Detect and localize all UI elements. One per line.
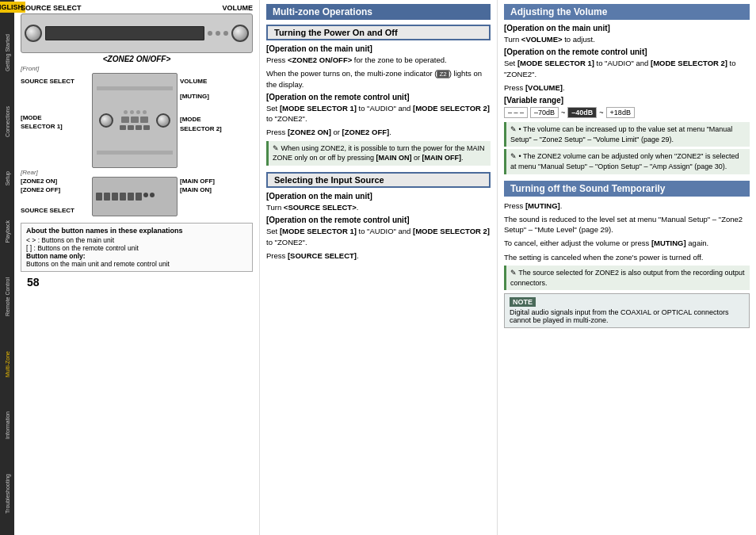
sidebar-item-setup[interactable]: Setup [5,170,10,187]
source-select-label-top: SOURCE SELECT [21,4,82,12]
adj-note2: ✎ • The ZONE2 volume can be adjusted onl… [504,149,750,174]
sidebar-item-troubleshooting[interactable]: Troubleshooting [5,472,10,515]
adj-remote-text1: Set [MODE SELECTOR 1] to "AUDIO" and [MO… [504,58,750,79]
b2 [131,117,139,123]
rear-label: [Rear] [21,169,253,176]
legend-box: About the button names in these explanat… [21,223,253,272]
power-main-text1: Press <ZONE2 ON/OFF> for the zone to be … [266,55,491,65]
muting-text3: To cancel, either adjust the volume or p… [504,238,750,248]
led2 [216,31,220,36]
multizone-header: Multi-zone Operations [266,4,491,20]
muting-text2: The sound is reduced to the level set at… [504,214,750,235]
b4 [120,125,126,130]
button-group [208,31,228,36]
adj-remote-text2: Press [VOLUME]. [504,82,750,93]
btn-strip [121,117,148,123]
page-number: 58 [21,272,253,292]
p3 [112,193,118,201]
power-pencil-note: ✎ When using ZONE2, it is possible to tu… [266,141,491,166]
input-main-title: [Operation on the main unit] [266,192,491,201]
main-content: SOURCE SELECT VOLUME <ZONE2 ON/OFF> [Fro… [14,0,756,535]
rear-anno-left: [ZONE2 ON] [ZONE2 OFF] SOURCE SELECT [21,177,92,216]
knob-row-mid [99,107,170,133]
power-remote-text2: Press [ZONE2 ON] or [ZONE2 OFF]. [266,127,491,137]
input-remote-title: [Operation on the remote control unit] [266,216,491,224]
panel-top [97,86,173,90]
power-remote-title: [Operation on the remote control unit] [266,93,491,101]
mode-selector-1-label: [MODESELECTOR 1] [21,113,90,131]
b7 [143,125,150,130]
middle-device-diagram [92,73,178,168]
volume-mid-label: VOLUME [180,77,253,86]
center-controls [120,110,150,130]
zone2-label: <ZONE2 ON/OFF> [21,55,253,63]
muting-label-el: [MUTING] [180,92,253,101]
input-remote-text2: Press [SOURCE SELECT]. [266,250,491,261]
middle-annotations: SOURCE SELECT [MODESELECTOR 1] [21,73,253,168]
main-off-label: [MAIN OFF] [180,177,253,185]
adj-main-title: [Operation on the main unit] [504,24,750,32]
panel-bottom [97,151,173,155]
sidebar-item-information[interactable]: Information [5,410,10,441]
front-label: [Front] [21,65,253,72]
rear-annotations: [ZONE2 ON] [ZONE2 OFF] SOURCE SELECT [21,177,253,216]
side-nav: Getting Started Connections Setup Playba… [5,13,10,535]
adj-remote-title: [Operation on the remote control unit] [504,48,750,56]
zone2-on-label: [ZONE2 ON] [21,177,90,185]
b5 [128,125,134,130]
top-device [21,13,253,53]
l3 [136,110,140,114]
led-strip [124,110,147,114]
b6 [136,125,142,130]
pc2 [150,193,155,197]
b3 [140,117,148,123]
knob-volume [231,25,249,42]
power-remote-text1: Set [MODE SELECTOR 1] to "AUDIO" and [MO… [266,103,491,124]
input-section-header: Selecting the Input Source [266,172,491,188]
anno-center [92,73,178,168]
sidebar-item-multizone[interactable]: Multi-Zone [5,350,10,379]
led1 [208,31,212,36]
tilde2: ~ [599,109,603,117]
tilde1: ~ [561,109,565,117]
p4 [120,193,126,201]
sidebar-item-playback[interactable]: Playback [5,219,10,244]
adj-note1: ✎ • The volume can be increased up to th… [504,122,750,147]
anno-left: SOURCE SELECT [MODESELECTOR 1] [21,73,92,132]
turning-off-header: Turning off the Sound Temporarily [504,181,750,197]
var-box-1: – – – [504,107,528,118]
display-screen [45,26,204,40]
top-device-labels: SOURCE SELECT VOLUME [21,4,253,12]
var-box-3: –40dB [567,107,597,118]
anno-right: VOLUME [MUTING] [MODESELECTOR 2] [178,73,253,133]
sidebar-item-connections[interactable]: Connections [5,105,10,139]
p1 [96,193,102,201]
pc1 [143,193,148,197]
mode-selector-2-label: [MODESELECTOR 2] [180,115,253,132]
p2 [104,193,110,201]
p5 [128,193,134,201]
main-on-label: [MAIN ON] [180,185,253,194]
multizone-section: Multi-zone Operations Turning the Power … [260,0,498,535]
input-main-text: Turn <SOURCE SELECT>. [266,202,491,212]
rear-anno-center [92,177,178,216]
zone2-off-label: [ZONE2 OFF] [21,185,90,194]
diagram-section: SOURCE SELECT VOLUME <ZONE2 ON/OFF> [Fro… [14,0,260,535]
var-box-2: –70dB [530,107,559,118]
l4 [143,110,147,114]
muting-text1: Press [MUTING]. [504,201,750,211]
note-text: Digital audio signals input from the COA… [510,308,744,324]
sidebar-item-getting-started[interactable]: Getting Started [5,32,10,73]
adj-main-text: Turn <VOLUME> to adjust. [504,34,750,44]
power-main-title: [Operation on the main unit] [266,44,491,53]
legend-line1: < > : Buttons on the main unit [26,236,247,244]
sidebar-item-remote[interactable]: Remote Control [5,276,10,318]
sidebar: ENGLISH Getting Started Connections Setu… [0,0,14,535]
rear-device-diagram [92,177,178,216]
b1 [121,117,129,123]
knob-right [156,113,170,128]
legend-line3: Button name only: [26,252,247,260]
power-main-text2: When the power turns on, the multi-zone … [266,68,491,90]
power-section-header: Turning the Power On and Off [266,25,491,40]
legend-line2: [ ] : Buttons on the remote control unit [26,244,247,252]
